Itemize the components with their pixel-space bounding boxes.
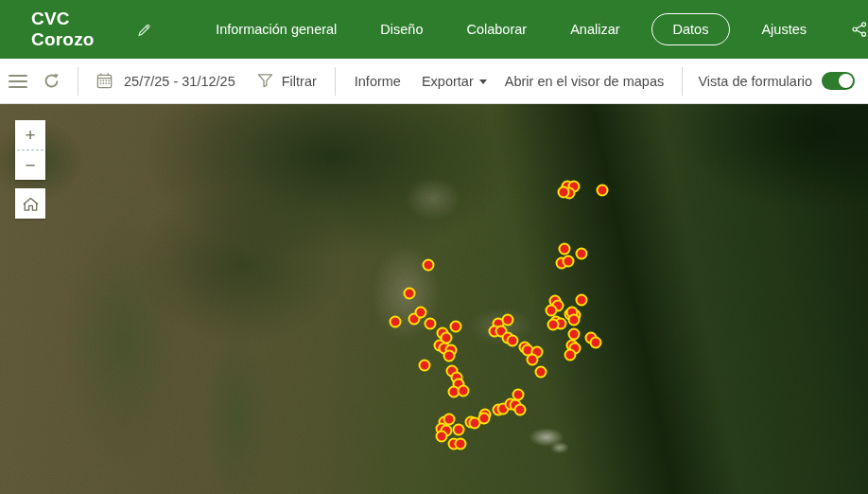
data-toolbar: 25/7/25 - 31/12/25 Filtrar Informe Expor… bbox=[0, 59, 868, 104]
nav-diseno[interactable]: Diseño bbox=[380, 13, 423, 45]
refresh-icon[interactable] bbox=[43, 72, 61, 90]
map-marker[interactable] bbox=[597, 185, 609, 197]
map-marker[interactable] bbox=[419, 360, 431, 372]
nav-informacion-general[interactable]: Información general bbox=[216, 13, 337, 45]
caret-down-icon bbox=[479, 79, 487, 84]
map-marker[interactable] bbox=[443, 350, 456, 362]
funnel-icon[interactable] bbox=[257, 73, 273, 89]
map-marker[interactable] bbox=[455, 438, 467, 450]
form-view-toggle[interactable] bbox=[822, 72, 855, 90]
toolbar-divider bbox=[78, 67, 78, 96]
app-title: CVC Corozo bbox=[31, 9, 122, 50]
nav-ajustes[interactable]: Ajustes bbox=[761, 13, 807, 45]
map-marker[interactable] bbox=[568, 314, 581, 326]
map-marker[interactable] bbox=[514, 404, 527, 416]
export-label: Exportar bbox=[422, 74, 474, 89]
map-marker[interactable] bbox=[512, 389, 525, 401]
map-marker[interactable] bbox=[564, 349, 577, 362]
map-marker[interactable] bbox=[453, 424, 465, 436]
map-marker[interactable] bbox=[559, 243, 571, 256]
map-marker[interactable] bbox=[425, 318, 437, 330]
form-view-control: Vista de formulario bbox=[698, 72, 868, 90]
toolbar-divider bbox=[335, 67, 336, 96]
menu-icon[interactable] bbox=[9, 71, 27, 92]
map-marker[interactable] bbox=[590, 337, 602, 349]
nav-analizar[interactable]: Analizar bbox=[570, 13, 619, 45]
satellite-map[interactable]: + − bbox=[0, 104, 868, 494]
map-marker[interactable] bbox=[436, 431, 448, 443]
map-marker[interactable] bbox=[547, 319, 560, 331]
map-marker[interactable] bbox=[507, 335, 519, 347]
map-marker[interactable] bbox=[558, 186, 570, 199]
map-marker[interactable] bbox=[415, 307, 427, 319]
map-marker[interactable] bbox=[568, 328, 581, 341]
map-marker[interactable] bbox=[423, 259, 435, 272]
map-marker[interactable] bbox=[478, 413, 491, 425]
map-marker[interactable] bbox=[563, 256, 575, 268]
markers-layer bbox=[0, 104, 868, 494]
title-wrap: CVC Corozo bbox=[31, 9, 152, 50]
map-marker[interactable] bbox=[450, 321, 462, 333]
map-marker[interactable] bbox=[502, 314, 514, 326]
home-icon[interactable] bbox=[15, 188, 45, 219]
calendar-icon[interactable] bbox=[95, 72, 113, 90]
map-marker[interactable] bbox=[404, 288, 416, 300]
nav-datos-active[interactable]: Datos bbox=[651, 13, 731, 45]
open-map-viewer-button[interactable]: Abrir en el visor de mapas bbox=[505, 74, 664, 89]
toolbar-divider bbox=[682, 67, 683, 96]
toggle-knob bbox=[839, 74, 853, 88]
map-marker[interactable] bbox=[576, 294, 588, 307]
map-marker[interactable] bbox=[535, 366, 547, 379]
map-marker[interactable] bbox=[390, 316, 402, 328]
map-marker[interactable] bbox=[576, 248, 588, 260]
zoom-out-button[interactable]: − bbox=[15, 150, 45, 180]
report-button[interactable]: Informe bbox=[355, 74, 401, 89]
filter-button[interactable]: Filtrar bbox=[282, 74, 317, 89]
map-marker[interactable] bbox=[527, 354, 539, 366]
app-header: CVC Corozo Información general Diseño Co… bbox=[0, 0, 868, 59]
share-icon[interactable] bbox=[851, 21, 868, 38]
export-dropdown[interactable]: Exportar bbox=[422, 74, 487, 89]
zoom-in-button[interactable]: + bbox=[15, 120, 45, 150]
main-nav: Información general Diseño Colaborar Ana… bbox=[194, 13, 868, 45]
pencil-icon[interactable] bbox=[136, 22, 152, 38]
map-marker[interactable] bbox=[458, 385, 470, 397]
zoom-control: + − bbox=[15, 120, 45, 180]
form-view-label: Vista de formulario bbox=[698, 74, 812, 89]
nav-colaborar[interactable]: Colaborar bbox=[466, 13, 527, 45]
date-range-filter[interactable]: 25/7/25 - 31/12/25 bbox=[124, 74, 235, 89]
